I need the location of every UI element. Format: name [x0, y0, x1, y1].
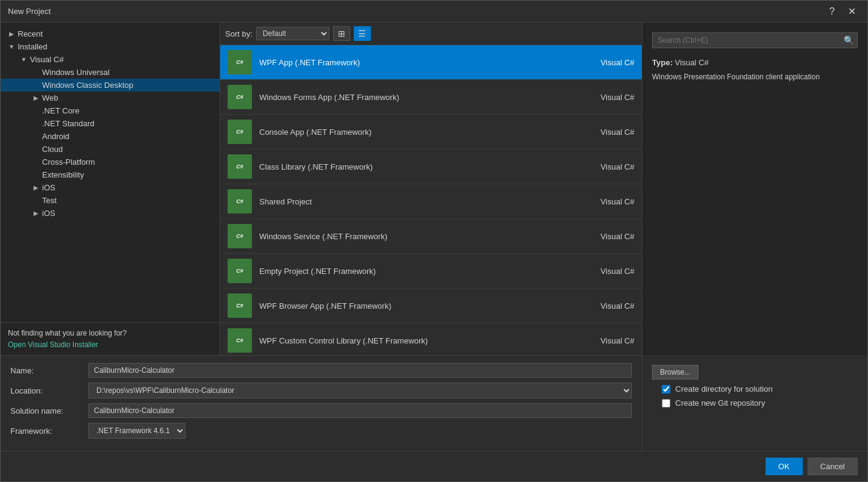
title-bar: New Project ? ✕ — [1, 1, 867, 23]
project-icon-empty: C# — [228, 259, 252, 283]
project-name-wpf: WPF App (.NET Framework) — [259, 58, 594, 67]
tree-label-cross-platform: Cross-Platform — [42, 157, 215, 167]
create-git-checkbox[interactable] — [662, 399, 670, 408]
tree-label-cloud: Cloud — [42, 145, 215, 154]
project-name-empty: Empty Project (.NET Framework) — [259, 267, 594, 276]
create-git-row: Create new Git repository — [662, 398, 858, 408]
close-button[interactable]: ✕ — [843, 3, 860, 20]
project-name-classlibrary: Class Library (.NET Framework) — [259, 162, 594, 171]
project-item-winforms[interactable]: C# Windows Forms App (.NET Framework) Vi… — [220, 80, 642, 115]
project-item-classlibrary[interactable]: C# Class Library (.NET Framework) Visual… — [220, 149, 642, 184]
tree-item-ios2[interactable]: ▶ iOS — [1, 207, 220, 220]
tree-label-ios2: iOS — [42, 209, 215, 218]
type-label: Type: — [652, 58, 673, 67]
name-input[interactable] — [88, 363, 632, 378]
type-value: Visual C# — [675, 58, 708, 67]
arrow-installed: ▼ — [5, 43, 18, 50]
tree-label-net-standard: .NET Standard — [42, 119, 215, 128]
project-name-winforms: Windows Forms App (.NET Framework) — [259, 93, 594, 102]
location-row: Location: D:\repos\vs\WPF\CaliburnMicro-… — [10, 383, 632, 398]
tree-item-windows-universal[interactable]: Windows Universal — [1, 66, 220, 79]
project-lang-wpfbrowser: Visual C# — [601, 301, 634, 311]
framework-select[interactable]: .NET Framework 4.6.1 .NET Framework 4.7 … — [88, 423, 185, 439]
installer-link[interactable]: Open Visual Studio Installer — [8, 340, 98, 349]
framework-label: Framework: — [10, 426, 84, 436]
project-item-wpf[interactable]: C# WPF App (.NET Framework) Visual C# — [220, 45, 642, 80]
ok-button[interactable]: OK — [766, 458, 803, 475]
tree-item-test[interactable]: Test — [1, 194, 220, 207]
tree-label-windows-universal: Windows Universal — [42, 68, 215, 77]
create-directory-label: Create directory for solution — [675, 384, 773, 394]
project-item-wpfbrowser[interactable]: C# WPF Browser App (.NET Framework) Visu… — [220, 289, 642, 323]
create-directory-row: Create directory for solution — [662, 384, 858, 394]
tree-label-net-core: .NET Core — [42, 106, 215, 115]
bottom-buttons: OK Cancel — [1, 451, 867, 481]
solution-input[interactable] — [88, 403, 632, 418]
tree-label-web: Web — [42, 93, 215, 103]
tree-item-android[interactable]: Android — [1, 130, 220, 143]
tree-item-net-standard[interactable]: .NET Standard — [1, 117, 220, 130]
tree-label-ios: iOS — [42, 183, 215, 192]
tree-item-installed[interactable]: ▼ Installed — [1, 40, 220, 53]
bottom-section: Not finding what you are looking for? Op… — [1, 322, 220, 355]
help-button[interactable]: ? — [823, 3, 841, 20]
project-item-winservice[interactable]: C# Windows Service (.NET Framework) Visu… — [220, 219, 642, 254]
search-input[interactable] — [653, 34, 840, 47]
cs-badge-wpfbrowser: C# — [236, 303, 243, 309]
solution-label: Solution name: — [10, 406, 84, 415]
name-label: Name: — [10, 366, 84, 375]
cancel-button[interactable]: Cancel — [808, 458, 858, 475]
tree-label-recent: Recent — [18, 29, 215, 38]
cs-badge-empty: C# — [236, 268, 243, 274]
dialog-title: New Project — [8, 7, 823, 16]
list-view-button[interactable]: ☰ — [354, 26, 371, 41]
solution-row: Solution name: — [10, 403, 632, 418]
center-panel: Sort by: Default ⊞ ☰ C# WPF App (.NET Fr… — [220, 23, 642, 355]
project-icon-winservice: C# — [228, 224, 252, 248]
title-bar-buttons: ? ✕ — [823, 3, 860, 20]
tree-item-cloud[interactable]: Cloud — [1, 143, 220, 156]
tree-scroll[interactable]: ▶ Recent ▼ Installed ▼ Visual C# Windows… — [1, 23, 220, 322]
create-git-label: Create new Git repository — [675, 398, 765, 408]
new-project-dialog: New Project ? ✕ ▶ Recent ▼ Installed — [0, 0, 868, 482]
project-icon-wpfbrowser: C# — [228, 293, 252, 318]
form-and-options: Name: Location: D:\repos\vs\WPF\Caliburn… — [1, 355, 867, 451]
tree-label-windows-classic: Windows Classic Desktop — [42, 81, 215, 90]
bottom-form: Name: Location: D:\repos\vs\WPF\Caliburn… — [1, 355, 642, 451]
project-item-wpfcustom[interactable]: C# WPF Custom Control Library (.NET Fram… — [220, 323, 642, 355]
tree-item-windows-classic[interactable]: Windows Classic Desktop — [1, 79, 220, 92]
tree-item-cross-platform[interactable]: Cross-Platform — [1, 156, 220, 168]
project-item-console[interactable]: C# Console App (.NET Framework) Visual C… — [220, 115, 642, 149]
tree-item-ios[interactable]: ▶ iOS — [1, 181, 220, 194]
search-button[interactable]: 🔍 — [840, 33, 857, 48]
type-description: Windows Presentation Foundation client a… — [652, 72, 858, 82]
project-list[interactable]: C# WPF App (.NET Framework) Visual C# C#… — [220, 45, 642, 355]
grid-view-button[interactable]: ⊞ — [333, 26, 350, 41]
project-item-empty[interactable]: C# Empty Project (.NET Framework) Visual… — [220, 254, 642, 289]
tree-item-recent[interactable]: ▶ Recent — [1, 27, 220, 40]
project-icon-classlibrary: C# — [228, 154, 252, 179]
project-item-shared[interactable]: C# Shared Project Visual C# — [220, 184, 642, 219]
cs-badge-wpf: C# — [236, 59, 243, 65]
right-panel: 🔍 Type: Visual C# Windows Presentation F… — [642, 23, 867, 355]
project-lang-classlibrary: Visual C# — [601, 162, 634, 171]
tree-item-net-core[interactable]: .NET Core — [1, 104, 220, 117]
tree-item-visual-cs[interactable]: ▼ Visual C# — [1, 53, 220, 66]
project-icon-winforms: C# — [228, 85, 252, 109]
project-icon-shared: C# — [228, 189, 252, 214]
sort-select[interactable]: Default — [256, 27, 329, 40]
project-lang-wpf: Visual C# — [601, 58, 634, 67]
cs-badge-winforms: C# — [236, 94, 243, 100]
browse-button[interactable]: Browse... — [652, 365, 698, 379]
tree-item-extensibility[interactable]: Extensibility — [1, 168, 220, 181]
right-options: Create directory for solution Create new… — [652, 384, 858, 408]
cs-badge-shared: C# — [236, 198, 243, 204]
tree-item-web[interactable]: ▶ Web — [1, 92, 220, 104]
tree-label-extensibility: Extensibility — [42, 170, 215, 179]
tree-label-test: Test — [42, 196, 215, 205]
create-directory-checkbox[interactable] — [662, 385, 670, 394]
tree-label-visual-cs: Visual C# — [30, 55, 215, 64]
location-select[interactable]: D:\repos\vs\WPF\CaliburnMicro-Calculator — [88, 383, 632, 398]
location-label: Location: — [10, 386, 84, 395]
project-lang-empty: Visual C# — [601, 267, 634, 276]
